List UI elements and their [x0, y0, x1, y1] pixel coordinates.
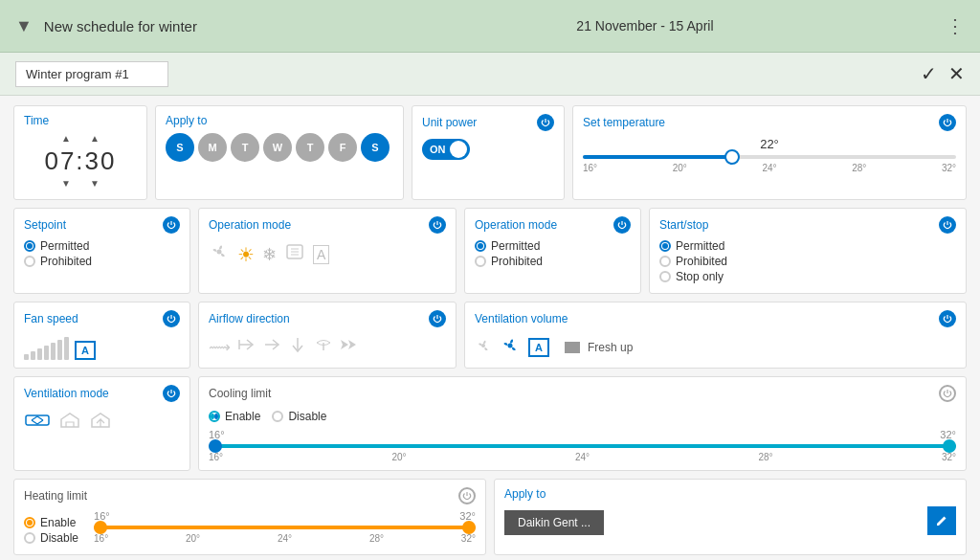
setpoint-prohibited-label: Prohibited	[40, 255, 92, 268]
op-mode2-prohibited-label: Prohibited	[491, 255, 543, 268]
cool-24: 24°	[575, 452, 590, 462]
airflow-6-icon[interactable]	[339, 335, 360, 358]
set-temperature-card: Set temperature 22° 16° 20° 24° 28° 32°	[572, 105, 967, 200]
start-stop-permitted[interactable]: Permitted	[659, 239, 956, 253]
start-stop-power-icon[interactable]	[939, 216, 956, 234]
apply-to-card: Apply to S M T W T F S	[155, 105, 404, 200]
day-thursday[interactable]: T	[296, 133, 324, 162]
start-stop-permitted-radio	[659, 240, 671, 252]
day-wednesday[interactable]: W	[263, 133, 292, 162]
op-mode2-permitted[interactable]: Permitted	[475, 239, 631, 253]
time-title: Time	[24, 114, 49, 127]
temp-24-label: 24°	[762, 163, 776, 173]
vent-mode-heat-recovery-icon[interactable]	[24, 410, 51, 436]
day-saturday[interactable]: S	[361, 133, 390, 162]
day-monday[interactable]: M	[198, 133, 227, 162]
date-range: 21 November - 15 April	[345, 18, 946, 34]
unit-power-toggle[interactable]: ON	[422, 139, 554, 160]
auto-mode-icon[interactable]: A	[313, 245, 329, 264]
fan-auto-label[interactable]: A	[75, 341, 96, 360]
unit-power-icon[interactable]	[537, 114, 554, 131]
vent-volume-power-icon[interactable]	[939, 310, 956, 327]
svg-point-11	[508, 344, 513, 348]
op-mode2-options: Permitted Prohibited	[475, 239, 631, 268]
operation-mode-icons: ☀ ❄ A	[209, 241, 446, 267]
heating-limit-content: Enable Disable 16° 32°	[24, 510, 476, 547]
dry-mode-icon[interactable]	[284, 241, 305, 267]
airflow-2-icon[interactable]	[235, 335, 256, 358]
vent-fresh-label: Fresh up	[588, 341, 633, 354]
set-temp-title: Set temperature	[583, 116, 665, 129]
time-value: 07:30	[24, 146, 137, 176]
more-menu-icon[interactable]: ⋮	[946, 14, 965, 37]
cool-mode-icon[interactable]: ❄	[262, 244, 277, 265]
time-up-controls: ▲ ▲	[24, 133, 137, 145]
setpoint-permitted[interactable]: Permitted	[24, 239, 180, 253]
temp-slider[interactable]	[583, 155, 956, 159]
heating-limit-power-icon[interactable]	[458, 487, 476, 504]
vent-fan-fast-icon[interactable]	[500, 335, 521, 360]
op-mode2-permitted-label: Permitted	[491, 239, 540, 253]
cooling-disable[interactable]: Disable	[272, 410, 326, 423]
minutes-up-button[interactable]: ▲	[90, 133, 100, 145]
airflow-5-icon[interactable]	[313, 335, 334, 358]
heating-enable[interactable]: Enable	[24, 516, 78, 529]
apply-bottom-card: Apply to Daikin Gent ...	[494, 479, 967, 555]
cooling-enable[interactable]: Enable	[209, 410, 260, 423]
days-selector: S M T W T F S	[166, 133, 393, 162]
airflow-1-icon[interactable]: ⟿	[209, 338, 231, 356]
start-stop-prohibited[interactable]: Prohibited	[659, 255, 956, 268]
day-sunday[interactable]: S	[166, 133, 194, 162]
vent-mode-power-icon[interactable]	[163, 385, 180, 402]
cooling-slider-labels: 16° 20° 24° 28° 32°	[209, 452, 956, 462]
cooling-limit-power-icon[interactable]	[939, 385, 956, 402]
fan-bar-1	[24, 354, 29, 360]
day-friday[interactable]: F	[328, 133, 357, 162]
heating-slider[interactable]	[94, 526, 476, 529]
airflow-3-icon[interactable]	[261, 335, 282, 358]
start-stop-only[interactable]: Stop only	[659, 270, 956, 283]
hours-up-button[interactable]: ▲	[61, 133, 71, 145]
setpoint-prohibited[interactable]: Prohibited	[24, 255, 180, 268]
fan-mode-icon[interactable]	[209, 241, 230, 267]
edit-device-button[interactable]	[927, 506, 956, 535]
setpoint-power-icon[interactable]	[163, 216, 180, 234]
row-4: Ventilation mode Cooling limit	[13, 376, 967, 471]
row-2: Setpoint Permitted Prohibited Operation …	[13, 208, 967, 294]
vent-mode-exhaust-icon[interactable]	[89, 410, 112, 436]
vent-auto-label[interactable]: A	[528, 338, 549, 357]
ventilation-mode-card: Ventilation mode	[13, 376, 190, 471]
airflow-power-icon[interactable]	[429, 310, 446, 327]
fan-speed-bars[interactable]: A	[24, 333, 180, 360]
set-temp-power-icon[interactable]	[939, 114, 956, 131]
cancel-button[interactable]: ✕	[948, 62, 965, 85]
minutes-down-button[interactable]: ▼	[90, 178, 100, 190]
setpoint-permitted-radio	[24, 240, 35, 252]
vent-mode-icons-row	[24, 410, 180, 436]
hours-down-button[interactable]: ▼	[61, 178, 71, 190]
operation-mode-icons-card: Operation mode ☀ ❄	[198, 208, 457, 294]
cooling-slider[interactable]	[209, 444, 956, 448]
setpoint-permitted-label: Permitted	[40, 239, 89, 253]
op-mode-power-icon[interactable]	[429, 216, 446, 234]
temp-32-label: 32°	[942, 163, 956, 173]
airflow-4-icon[interactable]	[287, 335, 308, 358]
main-content: Time ▲ ▲ 07:30 ▼ ▼	[0, 96, 980, 560]
heating-limit-title: Heating limit	[24, 489, 87, 503]
daikin-device-button[interactable]: Daikin Gent ...	[504, 510, 604, 535]
day-tuesday[interactable]: T	[231, 133, 259, 162]
heating-disable[interactable]: Disable	[24, 531, 78, 545]
vent-mode-supply-icon[interactable]	[58, 410, 81, 436]
vent-fan-slow-icon[interactable]	[475, 337, 492, 358]
op-mode2-power-icon[interactable]	[613, 216, 631, 234]
heat-mode-icon[interactable]: ☀	[237, 243, 255, 266]
fan-speed-power-icon[interactable]	[163, 310, 180, 327]
heating-slider-area: 16° 32° 16° 20° 24° 28° 32°	[94, 510, 476, 544]
op-mode2-prohibited-radio	[475, 256, 486, 267]
program-name-input[interactable]	[15, 61, 168, 87]
op-mode2-prohibited[interactable]: Prohibited	[475, 255, 631, 268]
confirm-button[interactable]: ✓	[921, 62, 937, 85]
back-chevron-icon[interactable]: ▼	[15, 16, 33, 36]
row-3: Fan speed A Airflow direction	[13, 302, 967, 369]
vent-square-icon	[565, 342, 580, 353]
